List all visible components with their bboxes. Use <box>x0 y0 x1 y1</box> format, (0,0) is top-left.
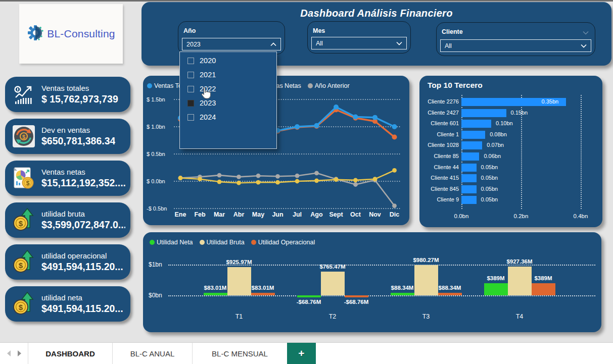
x-axis-tick: Jun <box>272 211 283 218</box>
ano-option-2021[interactable]: 2021 <box>180 68 276 82</box>
bar-value-label: 0.05bn <box>481 186 498 192</box>
bar-value-label: $925.97M <box>215 259 263 265</box>
bar[interactable] <box>461 185 477 193</box>
gear-circuit-icon <box>27 24 44 43</box>
kpi-card-dev-en-ventas[interactable]: $ Dev en ventas $650,781,386.34 <box>5 119 130 154</box>
ano-selected-value: 2023 <box>186 41 201 48</box>
bar[interactable] <box>461 120 491 128</box>
bar-value-label: $927.36M <box>495 258 544 265</box>
kpi-card-utilidad-neta[interactable]: $ utilidad neta $491,594,115.20... <box>5 286 130 322</box>
x-axis-tick: Dic <box>390 211 400 218</box>
tab-dashboard[interactable]: DASHBOARD <box>28 343 112 364</box>
ano-option-label: 2024 <box>200 113 216 121</box>
legend-dot-icon <box>147 83 152 88</box>
svg-text:$: $ <box>19 219 23 228</box>
bar[interactable] <box>461 196 477 204</box>
utilidad-trimestral-bar-chart[interactable]: Utilidad Neta Utilidad Bruta Utilidad Op… <box>143 232 601 332</box>
prev-sheet-arrow-icon[interactable] <box>7 350 11 356</box>
kpi-value: $650,781,386.34 <box>41 135 115 147</box>
page-title: Dashboard Análisis Financiero <box>142 8 611 19</box>
x-axis-tick: Nov <box>369 211 381 218</box>
bar[interactable] <box>461 174 477 182</box>
svg-text:$: $ <box>22 134 25 140</box>
bar-value-label: 0.10bn <box>496 120 513 126</box>
kpi-card-utilidad-bruta[interactable]: $ utilidad bruta $3,599,072,847.0... <box>5 202 130 238</box>
checkbox-unchecked-icon[interactable] <box>187 58 194 64</box>
checkbox-unchecked-icon[interactable] <box>187 86 194 92</box>
y-axis-tick: $0bn <box>149 292 162 299</box>
bar[interactable] <box>414 265 438 295</box>
tab-bl-c-anual[interactable]: BL-C ANUAL <box>112 343 192 364</box>
x-axis-tick: Oct <box>350 211 361 218</box>
x-axis-tick: Ene <box>175 211 186 218</box>
filter-label-cliente: Cliente <box>442 28 463 35</box>
x-axis-tick: T3 <box>402 313 450 320</box>
y-axis-tick: $1bn <box>149 261 162 268</box>
x-axis-tick: May <box>252 211 264 218</box>
cliente-expand-chevron-icon[interactable] <box>583 28 589 37</box>
chevron-down-icon <box>396 40 402 47</box>
checkbox-unchecked-icon[interactable] <box>187 72 194 78</box>
y-axis-tick: -$ 0.5bn <box>147 205 167 212</box>
ano-dropdown-list: 20202021202220232024 <box>179 51 277 149</box>
add-sheet-button[interactable]: + <box>287 343 316 364</box>
checkbox-unchecked-icon[interactable] <box>187 114 194 121</box>
bar[interactable] <box>321 272 345 295</box>
legend-dot-icon <box>308 83 313 88</box>
filter-card-cliente: Cliente All <box>436 22 595 56</box>
tab-label: DASHBOARD <box>45 349 95 358</box>
ano-option-2022[interactable]: 2022 <box>180 82 276 96</box>
bar[interactable] <box>484 283 508 295</box>
kpi-card-utilidad-operacional[interactable]: $ utilidad operacional $491,594,115.20..… <box>5 244 130 280</box>
bar[interactable] <box>532 283 555 295</box>
kpi-value: $491,594,115.20... <box>41 261 123 273</box>
bar[interactable] <box>204 293 227 295</box>
kpi-card-ventas-netas[interactable]: $ Ventas netas $15,112,192,352.... <box>5 161 130 196</box>
sheet-nav-arrows <box>0 343 28 364</box>
bar-category-label: Cliente 1028 <box>420 142 459 148</box>
ano-option-2024[interactable]: 2024 <box>180 110 276 124</box>
filter-label-ano: Año <box>183 27 196 34</box>
bar-value-label: $88.34M <box>426 285 474 291</box>
bar[interactable] <box>461 152 479 161</box>
bar-value-label: 0.05bn <box>481 175 498 181</box>
bar[interactable] <box>438 293 462 295</box>
bar[interactable] <box>251 293 275 295</box>
bar[interactable] <box>297 295 321 297</box>
bar[interactable] <box>461 109 506 117</box>
logo-text: BL-Consulting <box>47 28 115 40</box>
bar[interactable] <box>227 267 251 295</box>
bar-value-label: $83.01M <box>239 285 287 291</box>
kpi-value: $3,599,072,847.0... <box>41 219 125 231</box>
bar[interactable] <box>461 164 477 172</box>
next-sheet-arrow-icon[interactable] <box>18 350 21 356</box>
bar-value-label: $980.27M <box>402 257 450 263</box>
ano-option-label: 2020 <box>200 57 216 65</box>
bar[interactable] <box>461 131 485 139</box>
bar-category-label: Cliente 845 <box>420 186 459 192</box>
kpi-card-ventas-totales[interactable]: Ventas totales $ 15,762,973,739 <box>5 77 130 112</box>
bar[interactable] <box>391 293 414 295</box>
bar-value-label: $765.47M <box>308 264 357 270</box>
ano-option-2020[interactable]: 2020 <box>180 54 276 68</box>
checkbox-checked-icon[interactable] <box>187 100 194 107</box>
ano-select[interactable]: 2023 <box>182 38 281 50</box>
bar[interactable] <box>345 295 368 297</box>
window-top-border <box>0 0 613 2</box>
mes-select[interactable]: All <box>311 37 407 49</box>
cliente-selected-value: All <box>445 42 452 49</box>
x-axis-tick: 0.2bn <box>509 213 533 219</box>
cliente-select[interactable]: All <box>440 39 591 52</box>
bar[interactable] <box>461 141 482 149</box>
svg-text:$: $ <box>26 180 30 187</box>
bar-value-label: -$68.76M <box>332 299 381 305</box>
tab-bl-c-mensual[interactable]: BL-C MENSUAL <box>192 343 287 364</box>
chevron-up-icon <box>270 41 276 48</box>
top10-tercero-bar-chart[interactable]: Top 10 Tercero 0.0bn0.2bn0.4bnCliente 22… <box>419 76 602 227</box>
x-axis-tick: Jul <box>293 211 302 218</box>
y-axis-tick: $ 0.0bn <box>147 178 165 184</box>
kpi-value: $491,594,115.20... <box>41 303 123 315</box>
gridline <box>168 295 595 296</box>
x-axis-tick: T4 <box>495 313 544 320</box>
ano-option-2023[interactable]: 2023 <box>180 96 276 110</box>
